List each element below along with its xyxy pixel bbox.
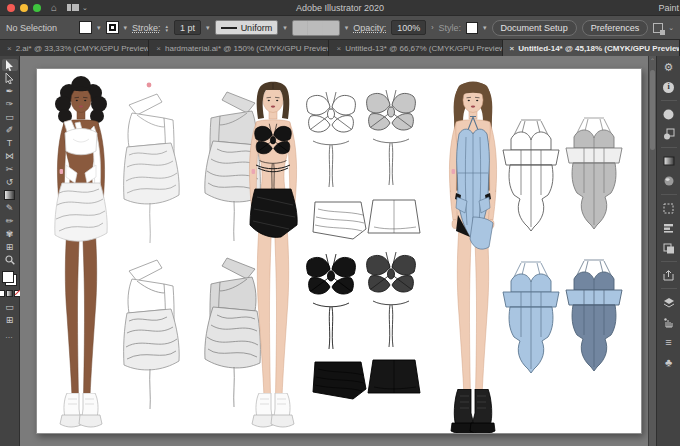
isolate-selection-icon[interactable] [653, 23, 663, 33]
brush-definition-well[interactable] [292, 20, 340, 36]
artwork-canvas[interactable] [37, 69, 641, 433]
brush-chevron-icon[interactable]: ▾ [345, 24, 349, 32]
symbols-panel-icon[interactable]: ♣ [661, 355, 677, 369]
panel-separator [661, 147, 677, 148]
color-mode-buttons[interactable] [0, 290, 21, 297]
selection-tool[interactable] [2, 59, 18, 71]
tools-panel: ✒ ✑ ▭ ✐ T ⋈ ✂ ↺ ✎ ✏ ✾ ⊞ ▭ [0, 56, 20, 446]
properties-panel-icon[interactable]: ⚙ [661, 60, 677, 74]
stroke-weight-stepper[interactable]: ▴▾ [166, 24, 169, 32]
stroke-color-swatch[interactable] [106, 21, 119, 34]
scroll-up-icon[interactable]: ⌃ [649, 57, 656, 64]
look-2-flats-white[interactable] [307, 90, 420, 239]
style-swatch[interactable] [466, 22, 478, 34]
rectangle-tool[interactable]: ▭ [2, 111, 18, 123]
doc-tab-label: hardmaterial.ai* @ 150% (CMYK/GPU Previe… [165, 44, 329, 53]
window-title: Adobe Illustrator 2020 [0, 3, 680, 13]
align-panel-icon[interactable] [661, 221, 677, 235]
doc-tab-4-active[interactable]: × Untitled-14* @ 45,18% (CMYK/GPU Previe… [503, 40, 680, 56]
screen-mode-icon[interactable]: ⊞ [2, 314, 18, 326]
style-label: Style: [439, 23, 462, 33]
stroke-chevron-icon[interactable]: ▾ [124, 24, 128, 32]
selection-status: No Selection [6, 23, 57, 33]
shaper-tool[interactable]: ✏ [2, 215, 18, 227]
opacity-angle-icon[interactable]: › [431, 24, 433, 31]
document-tab-bar: × 2.ai* @ 33,33% (CMYK/GPU Preview) × ha… [0, 40, 680, 56]
direct-selection-tool[interactable] [2, 72, 18, 84]
symbol-sprayer-tool[interactable]: ✾ [2, 228, 18, 240]
color-button[interactable] [0, 290, 5, 297]
look-1-flats-row-2[interactable] [124, 258, 261, 409]
layers-panel-icon[interactable] [661, 295, 677, 309]
close-tab-icon[interactable]: × [336, 44, 341, 53]
stroke-label[interactable]: Stroke: [132, 23, 161, 33]
asset-export-panel-icon[interactable] [661, 315, 677, 329]
fill-stroke-indicator[interactable] [2, 271, 17, 286]
close-tab-icon[interactable]: × [156, 44, 161, 53]
workspace-switcher[interactable]: Paint [658, 3, 680, 13]
look-3-flats-denim[interactable] [503, 260, 622, 373]
close-tab-icon[interactable]: × [7, 44, 12, 53]
pathfinder-panel-icon[interactable] [661, 241, 677, 255]
gradient-tool[interactable] [2, 189, 18, 201]
pen-tool[interactable]: ✒ [2, 85, 18, 97]
preferences-button[interactable]: Preferences [582, 20, 649, 36]
doc-tab-label: Untitled-14* @ 45,18% (CMYK/GPU Preview) [518, 44, 680, 53]
color-guide-panel-icon[interactable] [661, 127, 677, 141]
appearance-panel-icon[interactable] [661, 174, 677, 188]
fill-color-swatch[interactable] [79, 21, 92, 34]
panel-separator [661, 288, 677, 289]
libraries-panel-icon[interactable]: i [661, 80, 677, 94]
rotate-tool[interactable]: ↺ [2, 176, 18, 188]
panel-separator [661, 100, 677, 101]
model-c-illustration[interactable] [449, 82, 496, 434]
model-b-illustration[interactable] [249, 82, 297, 427]
paintbrush-tool[interactable]: ✐ [2, 124, 18, 136]
doc-tab-3[interactable]: × Untitled-13* @ 66,67% (CMYK/GPU Previe… [329, 40, 502, 56]
end-chevron-icon[interactable]: ⌄ [668, 24, 674, 32]
profile-chevron-icon[interactable]: ▾ [283, 24, 287, 32]
opacity-label[interactable]: Opacity: [353, 23, 386, 33]
title-bar: ⌂ ⌄ Adobe Illustrator 2020 Paint [0, 0, 680, 16]
pencil-tool[interactable]: ✎ [2, 202, 18, 214]
doc-tab-label: 2.ai* @ 33,33% (CMYK/GPU Preview) [16, 44, 150, 53]
stroke-panel-icon[interactable]: ≡ [661, 335, 677, 349]
model-a-illustration[interactable] [55, 76, 107, 427]
canvas-pasteboard[interactable]: ⌃ [20, 56, 656, 446]
close-tab-icon[interactable]: × [510, 44, 515, 53]
profile-line-icon [221, 27, 237, 29]
artboard[interactable] [36, 68, 642, 434]
export-panel-icon[interactable] [661, 268, 677, 282]
transform-panel-icon[interactable] [661, 201, 677, 215]
type-tool[interactable]: T [2, 137, 18, 149]
curvature-tool[interactable]: ✑ [2, 98, 18, 110]
look-1-flats-row-1[interactable] [124, 92, 261, 243]
control-bar: No Selection ▾ ▾ Stroke: ▴▾ 1 pt ▾ Unifo… [0, 16, 680, 40]
stroke-weight-value[interactable]: 1 pt [174, 20, 201, 35]
fill-proxy[interactable] [2, 271, 14, 283]
doc-tab-1[interactable]: × 2.ai* @ 33,33% (CMYK/GPU Preview) [0, 40, 149, 56]
illustrator-window: ⌂ ⌄ Adobe Illustrator 2020 Paint No Sele… [0, 0, 680, 446]
zoom-tool[interactable] [2, 254, 18, 266]
variable-width-profile[interactable]: Uniform [215, 20, 279, 35]
stroke-weight-chevron-icon[interactable]: ▾ [206, 24, 210, 32]
fill-chevron-icon[interactable]: ▾ [97, 24, 101, 32]
gradient-button[interactable] [6, 290, 13, 297]
scissors-tool[interactable]: ✂ [2, 163, 18, 175]
pink-marker-dot[interactable] [147, 83, 152, 88]
drawing-modes-icon[interactable]: ▭ [2, 301, 18, 313]
document-setup-button[interactable]: Document Setup [492, 20, 577, 36]
color-panel-icon[interactable] [661, 107, 677, 121]
scrollbar-thumb[interactable] [650, 70, 655, 150]
panel-icon-bar: ⚙ i [656, 56, 680, 446]
artboard-tool[interactable]: ⊞ [2, 241, 18, 253]
style-chevron-icon[interactable]: ▾ [483, 24, 487, 32]
look-2-flats-black[interactable] [307, 252, 420, 399]
opacity-value[interactable]: 100% [391, 20, 426, 35]
gradient-panel-icon[interactable] [661, 154, 677, 168]
vertical-scrollbar[interactable]: ⌃ [648, 56, 656, 446]
edit-toolbar-ellipsis[interactable]: … [5, 331, 14, 340]
look-3-flats-white[interactable] [503, 118, 622, 231]
doc-tab-2[interactable]: × hardmaterial.ai* @ 150% (CMYK/GPU Prev… [149, 40, 329, 56]
width-tool[interactable]: ⋈ [2, 150, 18, 162]
